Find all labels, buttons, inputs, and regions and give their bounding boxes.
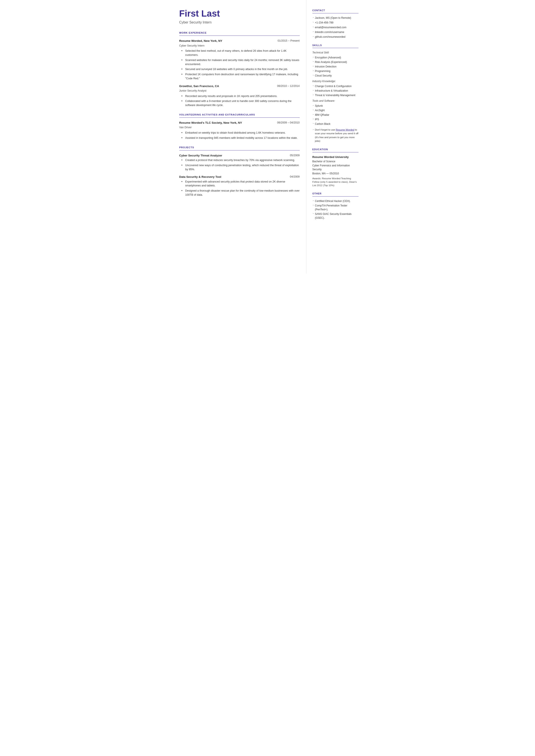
job-block-2: Growthsi, San Francisco, CA 06/2010 – 12… [179,84,300,107]
other-item: CompTIA Penetration Tester (PenTest+). [312,204,358,211]
project-date-2: 04/2009 [290,175,299,179]
job-company-1: Resume Worded, New York, NY [179,39,222,43]
project-block-2: Data Security & Recovery Tool 04/2009 Ex… [179,175,300,197]
edu-degree: Bachelor of Science [312,159,358,163]
project-name-1: Cyber Security Threat Analyzer [179,154,222,158]
bullet-item: Designed a thorough disaster rescue plan… [182,189,300,197]
edu-institution: Resume Worded University [312,155,358,159]
skill-category-tools: Tools and Software: [312,99,358,103]
edu-field: Cyber Forensics and Information Security [312,164,358,171]
bullet-item: Assisted in transporting 945 members wit… [182,136,300,140]
work-experience-title: WORK EXPERIENCE [179,31,300,36]
job-company-2: Growthsi, San Francisco, CA [179,84,219,88]
job-title-1: Cyber Security Intern [179,44,300,48]
volunteer-block-1: Resume Worded's TLC Society, New York, N… [179,121,300,140]
skill-item: Threat & Vulnerability Management [312,93,358,97]
left-column: First Last Cyber Security Intern WORK EX… [171,0,306,274]
promo-text: Don't forget to use Resume Worded to sca… [312,128,358,143]
skill-item: Carbon Black [312,122,358,126]
contact-item-phone: +1-234-456-789 [312,21,358,25]
bullet-item: Selected the best method, out of many ot… [182,49,300,57]
job-header-2: Growthsi, San Francisco, CA 06/2010 – 12… [179,84,300,88]
job-header-1: Resume Worded, New York, NY 01/2015 – Pr… [179,39,300,43]
candidate-name: First Last [179,9,300,18]
right-column: CONTACT Jackson, MS (Open to Remote) +1-… [306,0,365,274]
job-block-1: Resume Worded, New York, NY 01/2015 – Pr… [179,39,300,80]
contact-title: CONTACT [312,9,358,14]
project-name-2: Data Security & Recovery Tool [179,175,221,179]
candidate-subtitle: Cyber Security Intern [179,20,300,25]
contact-item-email: email@resumeworded.com [312,25,358,29]
skill-category-technical: Technical Skill: [312,51,358,55]
project-bullets-1: Created a protocol that reduces security… [179,158,300,171]
skill-category-industry: Industry Knowledge: [312,79,358,83]
volunteer-bullets-1: Embarked on weekly trips to obtain food … [179,131,300,140]
other-section: OTHER Certified Ethical Hacker (CEH). Co… [312,192,358,220]
contact-item-github: github.com/resumeworded [312,35,358,39]
job-bullets-2: Recorded security results and proposals … [179,94,300,107]
bullet-item: Experimented with advanced security poli… [182,180,300,188]
project-header-2: Data Security & Recovery Tool 04/2009 [179,175,300,179]
bullet-item: Embarked on weekly trips to obtain food … [182,131,300,135]
bullet-item: Recorded security results and proposals … [182,94,300,98]
education-title: EDUCATION [312,148,358,153]
bullet-item: Collaborated with a 9-member product uni… [182,99,300,107]
job-date-1: 01/2015 – Present [277,39,299,43]
edu-location: Boston, MA — 05/2010 [312,172,358,176]
bullet-item: Uncovered new ways of conducting penetra… [182,163,300,172]
volunteering-title: VOLUNTEERING ACTIVITIES AND EXTRACURRICU… [179,113,300,118]
education-section: EDUCATION Resume Worded University Bache… [312,148,358,187]
skill-item: Infrastructure & Virtualization [312,89,358,93]
bullet-item: Protected 1K computers from destruction … [182,72,300,81]
skills-section: SKILLS Technical Skill: Encryption (Adva… [312,43,358,143]
skill-item: Programming [312,69,358,73]
skill-item: Cloud Security [312,74,358,78]
job-title-2: Junior Security Analyst [179,89,300,93]
skill-item: Splunk [312,104,358,108]
project-header-1: Cyber Security Threat Analyzer 05/2009 [179,154,300,158]
other-item: Certified Ethical Hacker (CEH). [312,199,358,203]
other-item: SANS GIAC Security Essentials (GSEC). [312,212,358,220]
volunteer-title-1: Van Driver [179,126,300,129]
project-date-1: 05/2009 [290,154,299,157]
bullet-item: Secured and surveyed 18 websites with 0 … [182,67,300,71]
bullet-item: Created a protocol that reduces security… [182,158,300,162]
contact-item-linkedin: linkedin.com/in/username [312,30,358,34]
contact-item-location: Jackson, MS (Open to Remote) [312,16,358,20]
contact-section: CONTACT Jackson, MS (Open to Remote) +1-… [312,9,358,39]
skill-item: IBM QRadar [312,113,358,117]
skill-item: Change Control & Configuration [312,84,358,88]
edu-awards: Awards: Resume Worded Teaching Fellow (o… [312,177,358,187]
skill-item: Risk Analysis (Experienced) [312,60,358,64]
bullet-item: Scanned websites for malware and securit… [182,58,300,66]
volunteer-company-1: Resume Worded's TLC Society, New York, N… [179,121,242,125]
skill-item: Intrusion Detection [312,65,358,69]
skill-item: IPS [312,118,358,121]
skill-item: ArcSight [312,108,358,112]
resume-page: First Last Cyber Security Intern WORK EX… [171,0,365,274]
skill-item: Encryption (Advanced) [312,56,358,60]
projects-title: PROJECTS [179,146,300,151]
job-bullets-1: Selected the best method, out of many ot… [179,49,300,80]
other-title: OTHER [312,192,358,197]
job-date-2: 06/2010 – 12/2014 [277,84,299,88]
project-bullets-2: Experimented with advanced security poli… [179,180,300,197]
project-block-1: Cyber Security Threat Analyzer 05/2009 C… [179,154,300,172]
volunteer-header-1: Resume Worded's TLC Society, New York, N… [179,121,300,125]
volunteer-date-1: 06/2009 – 04/2010 [277,121,299,125]
skills-title: SKILLS [312,43,358,48]
promo-link[interactable]: Resume Worded [336,128,354,131]
